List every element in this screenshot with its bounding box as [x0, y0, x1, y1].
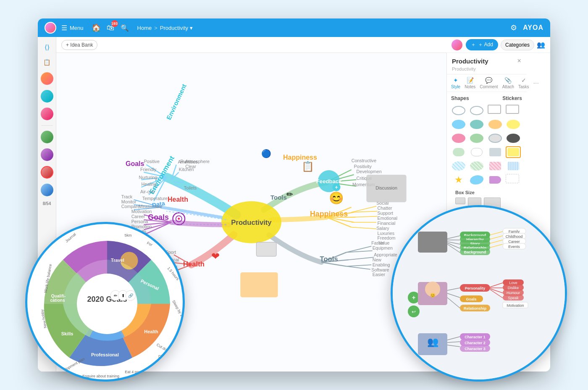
svg-text:Appropriate: Appropriate [374, 252, 397, 257]
settings-icon[interactable]: ⚙ [510, 23, 517, 32]
svg-text:Financial: Financial [378, 221, 396, 226]
sidebar-avatar-2[interactable] [41, 90, 53, 103]
panel-avatar [452, 40, 462, 50]
shape-speech-white[interactable] [469, 146, 484, 158]
svg-text:Persona: Persona [131, 219, 148, 224]
shape-oval-yellow[interactable] [506, 119, 521, 130]
tab-style-label: Style [451, 84, 460, 89]
tab-tasks[interactable]: ✓ Tasks [518, 77, 529, 89]
shape-oval-dark[interactable] [506, 132, 521, 144]
shape-oval-blue[interactable] [451, 119, 466, 130]
sidebar-avatar-3[interactable] [41, 108, 53, 120]
sidebar-avatar-6[interactable] [41, 166, 53, 179]
shape-rect-outline[interactable] [488, 105, 501, 114]
svg-text:Journal: Journal [65, 232, 77, 243]
tab-notes-label: Notes [465, 84, 475, 89]
menu-button[interactable]: ☰ Menu [61, 24, 84, 32]
sidebar-avatar-5[interactable] [41, 148, 53, 161]
svg-text:Enabling: Enabling [373, 262, 390, 267]
home-icon: 🏠 [92, 23, 101, 32]
svg-text:Motivation: Motivation [131, 209, 152, 214]
shape-rect-gray[interactable] [488, 146, 503, 158]
user-avatar[interactable] [45, 22, 56, 34]
svg-text:Freedom: Freedom [378, 236, 396, 241]
goals-label: Goals [126, 160, 144, 168]
shape-extra[interactable] [506, 174, 519, 183]
tab-style[interactable]: ✦ Style [451, 77, 460, 89]
shape-speech-green[interactable] [451, 146, 466, 158]
home-nav-button[interactable]: 🏠 [92, 24, 100, 32]
shape-oval-outline[interactable] [451, 105, 466, 116]
sidebar-avatar-7[interactable] [41, 184, 53, 196]
panel-close-button[interactable]: × [517, 57, 521, 65]
svg-text:Goals: Goals [466, 297, 476, 301]
search-button[interactable]: 🔍 [121, 24, 129, 32]
svg-text:Positivity: Positivity [354, 164, 372, 169]
svg-text:Relationship: Relationship [464, 306, 487, 311]
panel-title: Productivity [452, 58, 488, 65]
sidebar-divider-1 [41, 125, 53, 126]
add-button[interactable]: ＋ ＋ Add [466, 39, 498, 50]
panel-header: Productivity × Productivity [447, 53, 526, 74]
svg-text:Healing: Healing [141, 182, 156, 187]
shape-pattern-lines[interactable] [506, 160, 521, 172]
titlebar-right: ⚙ AYOA [510, 23, 543, 32]
svg-text:Character 3: Character 3 [465, 347, 486, 351]
svg-text:Humour: Humour [507, 291, 520, 295]
breadcrumb-home[interactable]: Home [137, 25, 152, 31]
add-icon: ＋ [471, 41, 476, 48]
shape-oval-orange[interactable] [488, 119, 503, 130]
svg-text:Travel: Travel [111, 258, 124, 263]
shape-oval-white[interactable] [469, 105, 484, 116]
tab-attach[interactable]: 📎 Attach [502, 77, 514, 89]
breadcrumb-current[interactable]: Productivity ▾ [160, 25, 193, 31]
tab-comment[interactable]: 💬 Comment [480, 77, 498, 89]
shape-oval-teal[interactable] [469, 119, 484, 130]
svg-text:Love: Love [509, 281, 517, 285]
svg-text:📋: 📋 [302, 160, 314, 172]
search-icon: 🔍 [121, 24, 129, 32]
svg-text:Compare: Compare [121, 204, 140, 209]
idea-bank-button[interactable]: + Idea Bank [61, 40, 97, 50]
shape-oval-pink[interactable] [451, 132, 466, 144]
box-size-small[interactable] [455, 198, 465, 204]
shape-oval-green[interactable] [469, 132, 484, 144]
sidebar-avatar-1[interactable] [41, 72, 53, 85]
svg-text:🔗: 🔗 [128, 293, 134, 298]
shapes-header: Shapes Stickers [451, 95, 522, 101]
shapes-grid: ★ [451, 105, 522, 186]
svg-text:Luxuries: Luxuries [378, 231, 394, 236]
shape-pattern-blue[interactable] [451, 160, 466, 172]
shape-star[interactable]: ★ [451, 174, 466, 186]
svg-text:Discussion: Discussion [375, 185, 397, 190]
svg-text:Monitor: Monitor [121, 199, 136, 204]
box-size-label: Box Size [455, 190, 518, 195]
breadcrumb-separator: > [154, 25, 158, 31]
shape-blob[interactable] [469, 174, 484, 186]
sidebar-mindmap-icon[interactable]: ⟨⟩ [40, 40, 54, 54]
notes-icon: 📝 [467, 77, 474, 84]
svg-point-51 [178, 218, 180, 220]
sidebar-extra: 8/54 [43, 201, 51, 206]
tab-notes[interactable]: 📝 Notes [465, 77, 475, 89]
shape-rect-white[interactable] [506, 105, 519, 114]
share-icon[interactable]: 👥 [537, 41, 545, 49]
notifications-button[interactable]: 🛍 193 [106, 24, 115, 32]
sidebar-avatar-4[interactable] [41, 131, 53, 143]
add-label: ＋ Add [478, 41, 493, 48]
shape-oval-gray[interactable] [488, 132, 503, 144]
svg-text:Support: Support [378, 211, 394, 216]
svg-line-22 [326, 217, 354, 222]
tasks-icon: ✓ [521, 77, 526, 84]
svg-text:Events: Events [508, 245, 520, 249]
shape-tag[interactable] [488, 174, 503, 186]
shape-pattern-green[interactable] [469, 160, 484, 172]
svg-line-39 [346, 266, 370, 269]
svg-text:Health: Health [183, 260, 205, 268]
categories-button[interactable]: Categories [501, 40, 534, 50]
shape-rect-yellow-selected[interactable] [506, 146, 521, 158]
sidebar-icon-2[interactable]: 📋 [40, 55, 54, 69]
more-options-icon[interactable]: ··· [533, 79, 539, 87]
shape-pattern-pink[interactable] [488, 160, 503, 172]
svg-text:✏: ✏ [114, 293, 118, 298]
